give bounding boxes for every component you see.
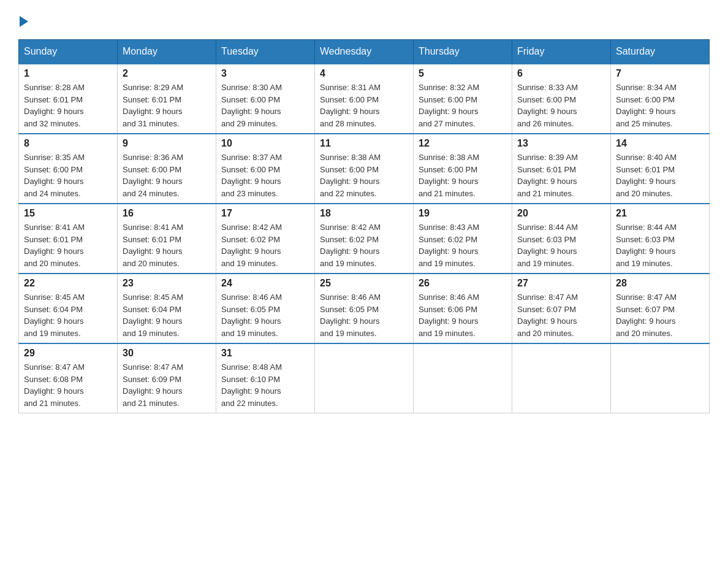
day-info: Sunrise: 8:31 AM Sunset: 6:00 PM Dayligh… <box>320 82 408 129</box>
day-info: Sunrise: 8:47 AM Sunset: 6:09 PM Dayligh… <box>123 361 211 409</box>
day-number: 21 <box>616 208 704 219</box>
day-info: Sunrise: 8:33 AM Sunset: 6:00 PM Dayligh… <box>517 82 605 129</box>
calendar-cell: 8 Sunrise: 8:35 AM Sunset: 6:00 PM Dayli… <box>19 134 118 204</box>
calendar-cell: 15 Sunrise: 8:41 AM Sunset: 6:01 PM Dayl… <box>19 204 118 274</box>
day-number: 16 <box>123 208 211 219</box>
day-number: 6 <box>517 68 605 79</box>
day-info: Sunrise: 8:38 AM Sunset: 6:00 PM Dayligh… <box>320 151 408 199</box>
day-number: 13 <box>517 138 605 149</box>
calendar-week-row: 29 Sunrise: 8:47 AM Sunset: 6:08 PM Dayl… <box>19 343 710 413</box>
day-info: Sunrise: 8:45 AM Sunset: 6:04 PM Dayligh… <box>123 291 211 339</box>
calendar-cell: 6 Sunrise: 8:33 AM Sunset: 6:00 PM Dayli… <box>512 64 611 134</box>
day-info: Sunrise: 8:44 AM Sunset: 6:03 PM Dayligh… <box>616 221 704 269</box>
day-number: 9 <box>123 138 211 149</box>
day-info: Sunrise: 8:43 AM Sunset: 6:02 PM Dayligh… <box>419 221 507 269</box>
calendar-cell: 10 Sunrise: 8:37 AM Sunset: 6:00 PM Dayl… <box>216 134 315 204</box>
day-info: Sunrise: 8:41 AM Sunset: 6:01 PM Dayligh… <box>24 221 112 269</box>
day-info: Sunrise: 8:39 AM Sunset: 6:01 PM Dayligh… <box>517 151 605 199</box>
day-info: Sunrise: 8:47 AM Sunset: 6:07 PM Dayligh… <box>616 291 704 339</box>
day-info: Sunrise: 8:29 AM Sunset: 6:01 PM Dayligh… <box>123 82 211 129</box>
day-number: 15 <box>24 208 112 219</box>
day-number: 11 <box>320 138 408 149</box>
day-info: Sunrise: 8:42 AM Sunset: 6:02 PM Dayligh… <box>221 221 309 269</box>
calendar-cell: 17 Sunrise: 8:42 AM Sunset: 6:02 PM Dayl… <box>216 204 315 274</box>
day-info: Sunrise: 8:45 AM Sunset: 6:04 PM Dayligh… <box>24 291 112 339</box>
calendar-week-row: 22 Sunrise: 8:45 AM Sunset: 6:04 PM Dayl… <box>19 274 710 343</box>
day-info: Sunrise: 8:46 AM Sunset: 6:06 PM Dayligh… <box>419 291 507 339</box>
calendar-cell: 14 Sunrise: 8:40 AM Sunset: 6:01 PM Dayl… <box>611 134 710 204</box>
header-row: SundayMondayTuesdayWednesdayThursdayFrid… <box>19 40 710 64</box>
header-cell-monday: Monday <box>118 40 216 64</box>
calendar-cell: 23 Sunrise: 8:45 AM Sunset: 6:04 PM Dayl… <box>118 274 216 343</box>
calendar-cell: 25 Sunrise: 8:46 AM Sunset: 6:05 PM Dayl… <box>315 274 414 343</box>
day-info: Sunrise: 8:41 AM Sunset: 6:01 PM Dayligh… <box>123 221 211 269</box>
day-info: Sunrise: 8:30 AM Sunset: 6:00 PM Dayligh… <box>221 82 309 129</box>
day-info: Sunrise: 8:48 AM Sunset: 6:10 PM Dayligh… <box>221 361 309 409</box>
day-number: 23 <box>123 278 211 289</box>
day-number: 25 <box>320 278 408 289</box>
day-info: Sunrise: 8:28 AM Sunset: 6:01 PM Dayligh… <box>24 82 112 129</box>
calendar-cell: 19 Sunrise: 8:43 AM Sunset: 6:02 PM Dayl… <box>414 204 512 274</box>
day-info: Sunrise: 8:38 AM Sunset: 6:00 PM Dayligh… <box>419 151 507 199</box>
day-number: 29 <box>24 348 112 359</box>
day-info: Sunrise: 8:46 AM Sunset: 6:05 PM Dayligh… <box>221 291 309 339</box>
day-info: Sunrise: 8:40 AM Sunset: 6:01 PM Dayligh… <box>616 151 704 199</box>
calendar-cell: 18 Sunrise: 8:42 AM Sunset: 6:02 PM Dayl… <box>315 204 414 274</box>
calendar-cell: 11 Sunrise: 8:38 AM Sunset: 6:00 PM Dayl… <box>315 134 414 204</box>
day-info: Sunrise: 8:47 AM Sunset: 6:08 PM Dayligh… <box>24 361 112 409</box>
logo <box>18 18 28 27</box>
calendar-week-row: 1 Sunrise: 8:28 AM Sunset: 6:01 PM Dayli… <box>19 64 710 134</box>
day-number: 3 <box>221 68 309 79</box>
day-number: 5 <box>419 68 507 79</box>
calendar-cell: 12 Sunrise: 8:38 AM Sunset: 6:00 PM Dayl… <box>414 134 512 204</box>
day-number: 24 <box>221 278 309 289</box>
header-cell-friday: Friday <box>512 40 611 64</box>
calendar-cell: 21 Sunrise: 8:44 AM Sunset: 6:03 PM Dayl… <box>611 204 710 274</box>
calendar-cell <box>414 343 512 413</box>
header-cell-sunday: Sunday <box>19 40 118 64</box>
day-info: Sunrise: 8:36 AM Sunset: 6:00 PM Dayligh… <box>123 151 211 199</box>
calendar-cell: 28 Sunrise: 8:47 AM Sunset: 6:07 PM Dayl… <box>611 274 710 343</box>
day-number: 12 <box>419 138 507 149</box>
calendar-cell <box>512 343 611 413</box>
page-header <box>18 18 710 27</box>
calendar-cell: 13 Sunrise: 8:39 AM Sunset: 6:01 PM Dayl… <box>512 134 611 204</box>
day-number: 8 <box>24 138 112 149</box>
calendar-cell: 1 Sunrise: 8:28 AM Sunset: 6:01 PM Dayli… <box>19 64 118 134</box>
day-number: 20 <box>517 208 605 219</box>
day-number: 10 <box>221 138 309 149</box>
day-number: 14 <box>616 138 704 149</box>
calendar-cell: 3 Sunrise: 8:30 AM Sunset: 6:00 PM Dayli… <box>216 64 315 134</box>
day-number: 7 <box>616 68 704 79</box>
day-info: Sunrise: 8:44 AM Sunset: 6:03 PM Dayligh… <box>517 221 605 269</box>
day-info: Sunrise: 8:42 AM Sunset: 6:02 PM Dayligh… <box>320 221 408 269</box>
day-number: 19 <box>419 208 507 219</box>
calendar-cell: 22 Sunrise: 8:45 AM Sunset: 6:04 PM Dayl… <box>19 274 118 343</box>
calendar-cell: 27 Sunrise: 8:47 AM Sunset: 6:07 PM Dayl… <box>512 274 611 343</box>
calendar-cell: 4 Sunrise: 8:31 AM Sunset: 6:00 PM Dayli… <box>315 64 414 134</box>
header-cell-saturday: Saturday <box>611 40 710 64</box>
day-info: Sunrise: 8:32 AM Sunset: 6:00 PM Dayligh… <box>419 82 507 129</box>
day-number: 26 <box>419 278 507 289</box>
calendar-cell: 24 Sunrise: 8:46 AM Sunset: 6:05 PM Dayl… <box>216 274 315 343</box>
calendar-week-row: 15 Sunrise: 8:41 AM Sunset: 6:01 PM Dayl… <box>19 204 710 274</box>
calendar-cell: 2 Sunrise: 8:29 AM Sunset: 6:01 PM Dayli… <box>118 64 216 134</box>
logo-arrow-icon <box>20 16 28 27</box>
calendar-cell: 20 Sunrise: 8:44 AM Sunset: 6:03 PM Dayl… <box>512 204 611 274</box>
day-info: Sunrise: 8:37 AM Sunset: 6:00 PM Dayligh… <box>221 151 309 199</box>
calendar-cell: 29 Sunrise: 8:47 AM Sunset: 6:08 PM Dayl… <box>19 343 118 413</box>
header-cell-thursday: Thursday <box>414 40 512 64</box>
day-number: 17 <box>221 208 309 219</box>
calendar-cell <box>315 343 414 413</box>
day-number: 2 <box>123 68 211 79</box>
calendar-cell: 26 Sunrise: 8:46 AM Sunset: 6:06 PM Dayl… <box>414 274 512 343</box>
calendar-cell: 5 Sunrise: 8:32 AM Sunset: 6:00 PM Dayli… <box>414 64 512 134</box>
calendar-body: 1 Sunrise: 8:28 AM Sunset: 6:01 PM Dayli… <box>19 64 710 413</box>
day-info: Sunrise: 8:47 AM Sunset: 6:07 PM Dayligh… <box>517 291 605 339</box>
calendar-cell <box>611 343 710 413</box>
header-cell-tuesday: Tuesday <box>216 40 315 64</box>
day-number: 1 <box>24 68 112 79</box>
calendar-week-row: 8 Sunrise: 8:35 AM Sunset: 6:00 PM Dayli… <box>19 134 710 204</box>
day-info: Sunrise: 8:35 AM Sunset: 6:00 PM Dayligh… <box>24 151 112 199</box>
day-number: 22 <box>24 278 112 289</box>
